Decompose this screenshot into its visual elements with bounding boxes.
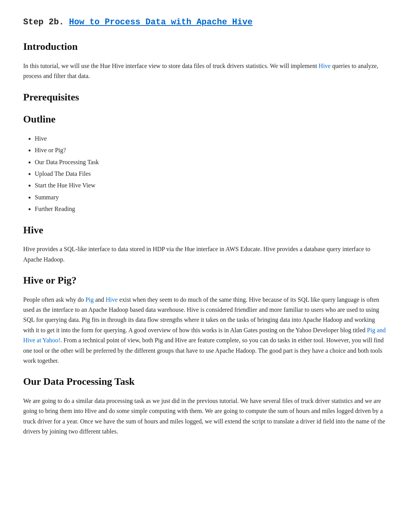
hive-link-intro[interactable]: Hive [319,63,330,69]
hive-section: Hive Hive provides a SQL-like interface … [23,222,387,265]
pig-link[interactable]: Pig [85,296,93,303]
outline-item-start-hue: Start the Hue Hive View [35,182,95,189]
data-processing-task-heading: Our Data Processing Task [23,374,387,390]
outline-section: Outline Hive Hive or Pig? Our Data Proce… [23,111,387,214]
outline-list: Hive Hive or Pig? Our Data Processing Ta… [35,134,387,214]
list-item: Start the Hue Hive View [35,180,387,190]
introduction-heading: Introduction [23,39,387,55]
outline-item-data-processing: Our Data Processing Task [35,159,99,165]
list-item: Our Data Processing Task [35,157,387,167]
outline-item-upload: Upload The Data Files [35,170,91,177]
page-container: Step 2b. How to Process Data with Apache… [23,15,387,437]
hive-or-pig-heading: Hive or Pig? [23,272,387,289]
outline-item-summary: Summary [35,194,59,201]
list-item: Upload The Data Files [35,169,387,179]
prerequisites-section: Prerequisites [23,89,387,105]
outline-item-hive: Hive [35,135,47,142]
list-item: Hive or Pig? [35,145,387,155]
step-title-link[interactable]: How to Process Data with Apache Hive [69,17,252,27]
list-item: Further Reading [35,204,387,214]
data-processing-task-section: Our Data Processing Task We are going to… [23,374,387,437]
step-title: Step 2b. How to Process Data with Apache… [23,15,387,29]
outline-item-hive-pig: Hive or Pig? [35,147,66,153]
introduction-paragraph: In this tutorial, we will use the Hue Hi… [23,61,387,82]
step-prefix: Step 2b. [23,17,64,27]
hive-link-body[interactable]: Hive [106,296,118,303]
data-processing-task-paragraph: We are going to do a similar data proces… [23,396,387,437]
introduction-section: Introduction In this tutorial, we will u… [23,39,387,81]
hive-heading: Hive [23,222,387,238]
list-item: Hive [35,134,387,144]
step-title-section: Step 2b. How to Process Data with Apache… [23,15,387,29]
hive-paragraph: Hive provides a SQL-like interface to da… [23,244,387,265]
list-item: Summary [35,192,387,202]
prerequisites-heading: Prerequisites [23,89,387,105]
hive-or-pig-section: Hive or Pig? People often ask why do Pig… [23,272,387,366]
outline-heading: Outline [23,111,387,127]
pig-hive-yahoo-link[interactable]: Pig and Hive at Yahoo! [23,327,386,343]
outline-item-further-reading: Further Reading [35,206,75,212]
hive-or-pig-paragraph: People often ask why do Pig and Hive exi… [23,295,387,366]
